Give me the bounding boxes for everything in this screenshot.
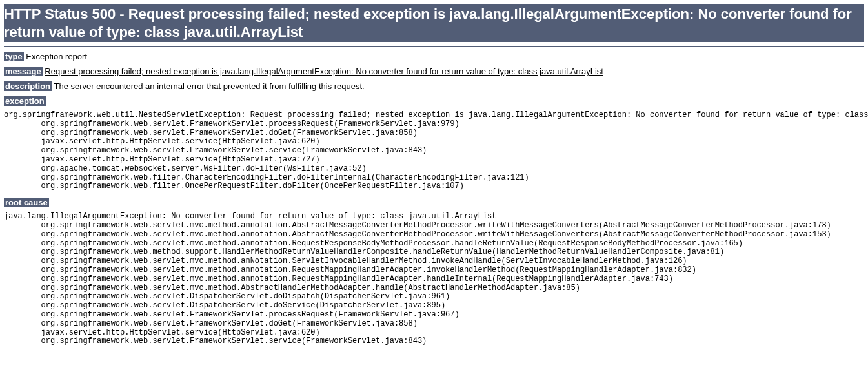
exception-label: exception (4, 96, 46, 106)
message-value: Request processing failed; nested except… (45, 67, 603, 76)
description-label: description (4, 81, 52, 91)
type-line: type Exception report (4, 52, 864, 61)
rootcause-label: root cause (4, 198, 49, 207)
message-label: message (4, 67, 43, 76)
description-value: The server encountered an internal error… (54, 81, 364, 91)
description-line: description The server encountered an in… (4, 81, 864, 91)
rootcause-stacktrace: java.lang.IllegalArgumentException: No c… (4, 212, 864, 346)
message-line: message Request processing failed; neste… (4, 67, 864, 76)
rootcause-section-header: root cause (4, 198, 864, 207)
exception-section-header: exception (4, 96, 864, 106)
separator (4, 46, 864, 47)
exception-stacktrace: org.springframework.web.util.NestedServl… (4, 111, 864, 191)
page-title: HTTP Status 500 - Request processing fai… (4, 4, 864, 42)
type-value: Exception report (26, 52, 87, 61)
type-label: type (4, 52, 24, 61)
